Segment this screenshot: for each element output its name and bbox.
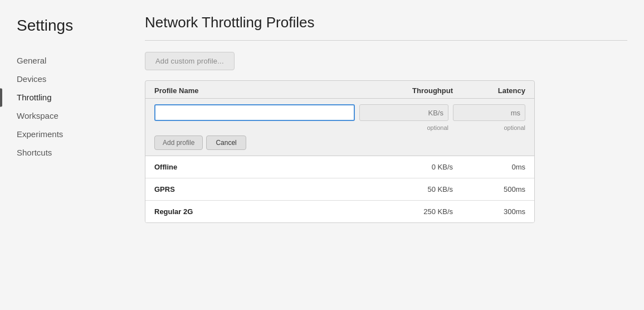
- page-title: Network Throttling Profiles: [145, 14, 627, 31]
- sidebar-title: Settings: [11, 17, 128, 35]
- sidebar-item-experiments[interactable]: Experiments: [11, 125, 128, 143]
- sidebar-item-devices[interactable]: Devices: [11, 70, 128, 88]
- profile-throughput-cell: 0 KB/s: [364, 163, 453, 171]
- add-profile-button[interactable]: Add profile: [154, 135, 203, 150]
- page-container: Settings General Devices Throttling Work…: [0, 0, 644, 310]
- latency-input[interactable]: [453, 104, 525, 121]
- profile-name-cell: GPRS: [154, 185, 364, 193]
- table-row: GPRS 50 KB/s 500ms: [145, 178, 534, 201]
- optional-labels-row: optional optional: [154, 124, 525, 131]
- cancel-button[interactable]: Cancel: [206, 135, 246, 150]
- section-divider: [145, 40, 627, 41]
- table-row: Regular 2G 250 KB/s 300ms: [145, 201, 534, 222]
- add-custom-profile-button[interactable]: Add custom profile...: [145, 52, 235, 70]
- col-header-throughput: Throughput: [364, 86, 453, 95]
- form-action-buttons: Add profile Cancel: [154, 135, 525, 150]
- profile-throughput-cell: 250 KB/s: [364, 207, 453, 216]
- col-header-profile-name: Profile Name: [154, 86, 364, 95]
- profile-throughput-cell: 50 KB/s: [364, 185, 453, 193]
- sidebar: Settings General Devices Throttling Work…: [0, 0, 128, 310]
- profile-latency-cell: 0ms: [453, 163, 525, 171]
- throughput-optional-label: optional: [359, 124, 448, 131]
- table-header: Profile Name Throughput Latency: [145, 81, 534, 99]
- sidebar-item-shortcuts[interactable]: Shortcuts: [11, 143, 128, 162]
- col-header-latency: Latency: [453, 86, 525, 95]
- profile-name-cell: Offline: [154, 163, 364, 171]
- profile-name-cell: Regular 2G: [154, 207, 364, 216]
- throughput-input[interactable]: [359, 104, 448, 121]
- profiles-table: Profile Name Throughput Latency optional…: [145, 80, 535, 223]
- latency-optional-label: optional: [453, 124, 525, 131]
- input-row: [154, 104, 525, 121]
- profile-name-input[interactable]: [154, 104, 355, 121]
- sidebar-item-general[interactable]: General: [11, 51, 128, 70]
- sidebar-item-throttling[interactable]: Throttling: [11, 88, 128, 106]
- main-content: Network Throttling Profiles Add custom p…: [128, 0, 644, 310]
- add-profile-form: optional optional Add profile Cancel: [145, 99, 534, 156]
- profile-latency-cell: 500ms: [453, 185, 525, 193]
- table-row: Offline 0 KB/s 0ms: [145, 156, 534, 178]
- profile-latency-cell: 300ms: [453, 207, 525, 216]
- sidebar-nav: General Devices Throttling Workspace Exp…: [11, 51, 128, 162]
- sidebar-item-workspace[interactable]: Workspace: [11, 106, 128, 125]
